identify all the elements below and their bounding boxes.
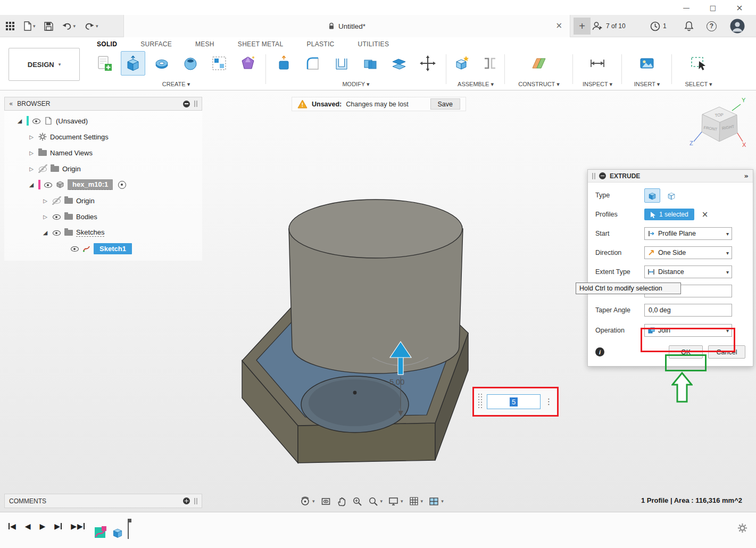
more-options-icon[interactable]: ⋮ [545,397,553,406]
tab-utilities[interactable]: UTILITIES [358,40,389,48]
drag-handle-icon[interactable] [478,394,483,410]
select-button[interactable] [686,51,711,76]
group-label-create[interactable]: CREATE ▾ [88,81,264,88]
user-avatar[interactable] [730,15,745,37]
viewports-button[interactable]: ▾ [428,496,445,507]
create-sketch-button[interactable] [92,51,117,76]
window-minimize-button[interactable]: — [673,0,700,15]
expand-arrow-icon[interactable]: ◢ [28,181,35,188]
collapsed-arrow-icon[interactable]: ▷ [41,198,49,204]
play-button[interactable]: ▶ [40,522,46,530]
zoom-button[interactable]: ▾ [367,495,384,508]
collapsed-arrow-icon[interactable]: ▷ [41,214,49,220]
tree-item-root[interactable]: ◢ (Unsaved) [4,113,202,129]
revolve-button[interactable] [149,51,174,76]
collapsed-arrow-icon[interactable]: ▷ [28,134,35,140]
comments-panel[interactable]: COMMENTS [4,494,202,508]
expand-arrow-icon[interactable]: ◢ [41,229,49,236]
group-label-construct[interactable]: CONSTRUCT ▾ [506,81,571,88]
tab-sheet-metal[interactable]: SHEET METAL [238,40,284,48]
notifications-button[interactable] [684,15,694,37]
hole-button[interactable] [178,51,203,76]
extrude-dialog-header[interactable]: EXTRUDE » [588,170,753,182]
panel-grip-icon[interactable] [194,101,197,107]
display-settings-button[interactable]: ▾ [387,496,404,507]
help-button[interactable]: ? [707,15,717,37]
panel-minus-icon[interactable] [183,101,190,107]
tab-mesh[interactable]: MESH [195,40,214,48]
collapsed-arrow-icon[interactable]: ▷ [28,166,35,172]
expand-arrow-icon[interactable]: ◢ [16,118,23,124]
cancel-button[interactable]: Cancel [708,345,745,359]
tree-item-sketches[interactable]: ◢ Sketches [4,225,202,240]
dialog-collapse-icon[interactable] [599,172,606,179]
pan-button[interactable] [336,495,347,508]
timeline-position-marker[interactable] [128,519,129,539]
add-comment-icon[interactable] [183,497,190,504]
collapse-panel-icon[interactable]: « [9,100,13,107]
tree-item-named-views[interactable]: ▷ Named Views [4,145,202,161]
pattern-button[interactable] [207,51,231,76]
look-at-button[interactable] [320,495,332,508]
extent-type-dropdown[interactable]: Distance ▾ [644,265,732,278]
extrude-type-thin-button[interactable] [663,188,679,203]
browser-header[interactable]: « BROWSER [4,97,202,111]
direction-dropdown[interactable]: One Side ▾ [644,246,732,259]
insert-canvas-button[interactable] [635,51,659,76]
tree-item-origin-child[interactable]: ▷ Origin [4,193,202,209]
distance-value-input[interactable]: 5 [487,394,541,409]
tab-close-button[interactable]: × [555,21,562,30]
undo-button[interactable]: ▾ [61,21,77,31]
window-maximize-button[interactable]: □ [700,0,726,15]
group-label-inspect[interactable]: INSPECT ▾ [575,81,620,88]
shell-button[interactable] [329,51,354,76]
tab-plastic[interactable]: PLASTIC [306,40,334,48]
new-component-button[interactable] [449,51,473,76]
move-copy-button[interactable] [416,51,440,76]
window-close-button[interactable]: × [726,0,753,15]
tab-solid[interactable]: SOLID [97,40,117,48]
view-cube[interactable]: Y TOP FRONT RIGHT Z X [685,95,754,156]
file-menu-button[interactable]: ▾ [22,20,37,32]
go-to-start-button[interactable]: ◀ [9,522,16,530]
save-document-button[interactable]: Save [430,98,461,110]
dialog-expand-icon[interactable]: » [744,172,749,180]
fillet-button[interactable] [301,51,325,76]
extrude-drag-arrow-shaft[interactable] [398,356,403,375]
panel-grip-icon[interactable] [194,498,197,504]
combine-button[interactable] [358,51,383,76]
clear-selection-icon[interactable]: × [702,210,709,219]
tree-item-component[interactable]: ◢ hex_m10:1 [4,177,202,193]
tab-surface[interactable]: SURFACE [140,40,172,48]
visibility-eye-icon[interactable] [44,180,53,189]
share-button[interactable]: 7 of 10 [592,15,626,37]
construct-plane-button[interactable] [527,51,551,76]
orbit-button[interactable]: ▾ [299,495,316,508]
visibility-eye-icon[interactable] [52,228,61,237]
new-tab-button[interactable]: + [574,18,591,35]
group-label-insert[interactable]: INSERT ▾ [624,81,670,88]
timeline-extrude-feature-icon[interactable] [111,525,124,539]
grid-settings-button[interactable]: ▾ [408,495,425,507]
visibility-eye-off-icon[interactable] [52,196,61,205]
group-label-select[interactable]: SELECT ▾ [674,81,724,88]
collapsed-arrow-icon[interactable]: ▷ [28,150,35,156]
tree-item-bodies[interactable]: ▷ Bodies [4,209,202,225]
activate-component-radio[interactable] [118,181,126,189]
timeline-sketch-feature-icon[interactable] [94,525,107,539]
step-forward-button[interactable]: ▶ [54,522,62,530]
group-label-assemble[interactable]: ASSEMBLE ▾ [448,81,503,88]
save-button[interactable] [43,21,54,32]
press-pull-button[interactable] [272,51,296,76]
app-launcher-button[interactable] [4,20,16,32]
joint-button[interactable] [478,51,502,76]
zoom-window-button[interactable] [351,495,363,508]
extrude-button[interactable] [121,51,145,76]
dialog-grip-icon[interactable] [592,173,595,179]
start-dropdown[interactable]: Profile Plane ▾ [644,227,732,240]
taper-angle-input[interactable]: 0,0 deg [644,304,732,317]
visibility-eye-icon[interactable] [52,212,61,221]
document-tab[interactable]: Untitled* × [123,15,570,37]
tree-item-document-settings[interactable]: ▷ Document Settings [4,129,202,145]
workspace-switcher[interactable]: DESIGN ▾ [9,48,80,81]
